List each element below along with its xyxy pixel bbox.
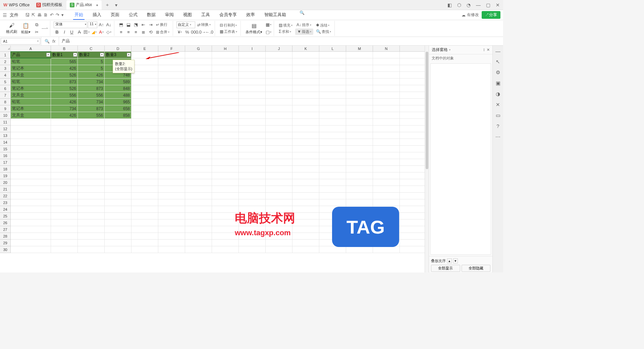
- cell[interactable]: [158, 58, 185, 65]
- ribbon-tab-home[interactable]: 开始: [73, 10, 85, 20]
- cell[interactable]: [131, 246, 158, 253]
- ribbon-tab-data[interactable]: 数据: [146, 10, 157, 20]
- cell[interactable]: [51, 119, 78, 125]
- ribbon-tab-view[interactable]: 视图: [182, 10, 193, 20]
- cell[interactable]: [346, 52, 373, 58]
- formula-input[interactable]: 产品: [59, 38, 503, 44]
- cell[interactable]: [319, 206, 346, 212]
- find-button[interactable]: 🔍查找: [315, 29, 332, 35]
- convert-button[interactable]: ⇄转换: [196, 22, 212, 28]
- cell[interactable]: [346, 99, 373, 105]
- cell[interactable]: [185, 172, 212, 179]
- cell[interactable]: 5: [78, 58, 105, 65]
- cell[interactable]: [158, 79, 185, 85]
- cell[interactable]: [292, 219, 319, 226]
- cell[interactable]: [131, 139, 158, 145]
- cell[interactable]: [51, 146, 78, 152]
- row-header-9[interactable]: 9: [0, 105, 10, 112]
- cell[interactable]: 5: [78, 65, 105, 71]
- cell[interactable]: 笔记本: [11, 65, 51, 71]
- bring-forward-icon[interactable]: ▴: [447, 258, 452, 263]
- cell[interactable]: [373, 206, 400, 212]
- cell[interactable]: [212, 112, 239, 118]
- cell[interactable]: [185, 119, 212, 125]
- more-icon[interactable]: ⋯: [495, 134, 500, 140]
- cell[interactable]: [346, 72, 373, 78]
- side-close-icon[interactable]: ✕: [487, 48, 490, 52]
- cell[interactable]: [185, 139, 212, 145]
- cell[interactable]: [239, 219, 266, 226]
- cell[interactable]: [51, 206, 78, 212]
- row-header-21[interactable]: 21: [0, 186, 10, 193]
- file-menu[interactable]: 文件: [10, 12, 18, 18]
- stats-icon[interactable]: ◑: [496, 91, 500, 97]
- cell[interactable]: [51, 233, 78, 239]
- cell[interactable]: [319, 65, 346, 71]
- send-backward-icon[interactable]: ▾: [453, 258, 458, 263]
- cell[interactable]: [105, 226, 131, 233]
- cell[interactable]: [105, 139, 131, 145]
- cell[interactable]: [319, 119, 346, 125]
- cell[interactable]: [292, 92, 319, 98]
- cell[interactable]: [158, 132, 185, 139]
- cell[interactable]: [212, 186, 239, 192]
- cell[interactable]: [212, 58, 239, 65]
- cell[interactable]: 556: [51, 92, 78, 98]
- ruler-icon[interactable]: ✕: [496, 102, 500, 108]
- cell[interactable]: [212, 199, 239, 206]
- cell[interactable]: [239, 233, 266, 239]
- cell[interactable]: [292, 85, 319, 92]
- cell[interactable]: [266, 119, 292, 125]
- cell[interactable]: [266, 132, 292, 139]
- cell[interactable]: [131, 119, 158, 125]
- cell[interactable]: [51, 199, 78, 206]
- cell[interactable]: [185, 146, 212, 152]
- cell[interactable]: [158, 139, 185, 145]
- cell[interactable]: [185, 92, 212, 98]
- filter-toggle-icon[interactable]: ▾: [46, 53, 50, 57]
- cell[interactable]: [131, 172, 158, 179]
- cell[interactable]: [266, 199, 292, 206]
- cell[interactable]: [239, 92, 266, 98]
- cell[interactable]: [292, 193, 319, 199]
- cell[interactable]: 426: [51, 65, 78, 71]
- cell[interactable]: [185, 159, 212, 165]
- cell[interactable]: [78, 172, 105, 179]
- cell[interactable]: [51, 126, 78, 132]
- name-box[interactable]: A1: [1, 38, 40, 45]
- cell[interactable]: [158, 206, 185, 212]
- select-tool-icon[interactable]: ↖: [496, 59, 500, 65]
- col-header-L[interactable]: L: [319, 46, 346, 51]
- cell[interactable]: 873: [78, 85, 105, 92]
- cell[interactable]: 426: [78, 72, 105, 78]
- spreadsheet-grid[interactable]: ABCDEFGHIJKLMN 1234567891011121314151617…: [0, 46, 429, 272]
- cell[interactable]: [212, 119, 239, 125]
- comma-icon[interactable]: 000: [191, 29, 198, 36]
- cell[interactable]: [105, 126, 131, 132]
- print-icon[interactable]: 🖶: [37, 12, 42, 17]
- cell[interactable]: [266, 193, 292, 199]
- cell[interactable]: [185, 132, 212, 139]
- cell[interactable]: [185, 166, 212, 172]
- cell[interactable]: [292, 233, 319, 239]
- cell[interactable]: [266, 186, 292, 192]
- row-header-4[interactable]: 4: [0, 72, 10, 79]
- cell[interactable]: [346, 166, 373, 172]
- align-left-icon[interactable]: ≡: [118, 29, 124, 36]
- font-name-select[interactable]: 宋体▾: [54, 21, 87, 28]
- package-icon[interactable]: ⬡: [457, 2, 462, 8]
- cell[interactable]: 426: [51, 99, 78, 105]
- cell[interactable]: [319, 199, 346, 206]
- cell[interactable]: [131, 206, 158, 212]
- cell[interactable]: [373, 213, 400, 219]
- cell[interactable]: [78, 186, 105, 192]
- cell[interactable]: [11, 159, 51, 165]
- cell[interactable]: [105, 179, 131, 186]
- cell[interactable]: [11, 119, 51, 125]
- cell[interactable]: [51, 213, 78, 219]
- cell[interactable]: [185, 206, 212, 212]
- cell[interactable]: [105, 119, 131, 125]
- cell[interactable]: [212, 92, 239, 98]
- cell[interactable]: [266, 79, 292, 85]
- cell[interactable]: [373, 65, 400, 71]
